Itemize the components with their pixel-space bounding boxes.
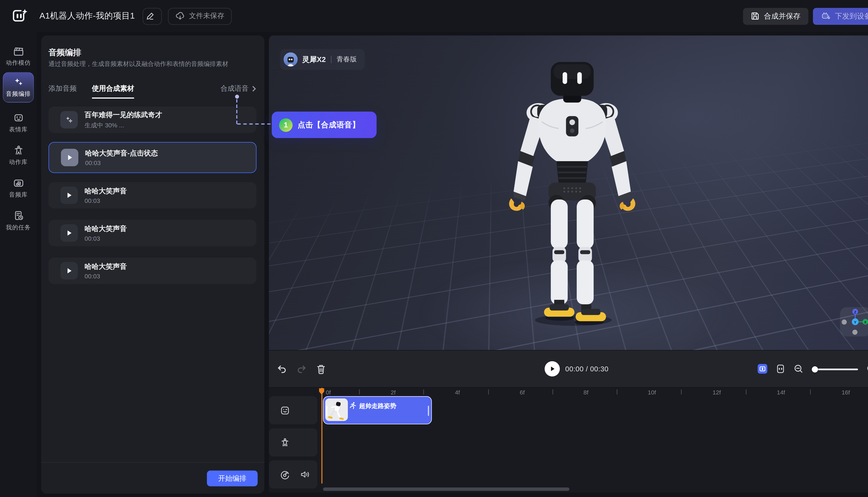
viewport-3d[interactable]: 灵犀X2 青春版 Z X Y <box>269 36 868 350</box>
audio-item-selected[interactable]: 哈哈大笑声音-点击状态 00:03 <box>48 142 256 173</box>
robot-download-icon <box>821 11 830 21</box>
tab-use-synth-material[interactable]: 使用合成素材 <box>92 84 134 93</box>
connector-line-vertical <box>236 99 237 124</box>
fit-width-button[interactable] <box>776 364 785 374</box>
playhead-handle[interactable] <box>319 388 325 395</box>
undo-button[interactable] <box>277 364 287 374</box>
synthesize-voice-link[interactable]: 合成语音 <box>221 84 257 93</box>
ruler-label: 0f <box>326 389 331 396</box>
floppy-icon <box>751 12 759 20</box>
tutorial-step-badge: 1 <box>279 118 293 131</box>
ruler-tick <box>681 389 682 395</box>
play-button-main[interactable] <box>544 361 560 377</box>
axis-y-ball[interactable]: Y <box>852 318 859 325</box>
ruler-tick <box>423 389 424 395</box>
nav-label: 动作模仿 <box>6 59 31 67</box>
track-motion[interactable] <box>269 428 317 456</box>
nav-motion-mimic[interactable]: 动作模仿 <box>0 46 37 67</box>
panel-title: 音频编排 <box>48 47 81 58</box>
redo-button[interactable] <box>296 364 307 374</box>
play-button[interactable] <box>60 262 78 280</box>
generating-sparkle-icon <box>60 111 78 129</box>
zoom-slider-thumb[interactable] <box>812 366 818 372</box>
ruler-tick <box>617 389 617 395</box>
audio-item-duration: 00:03 <box>85 235 127 242</box>
audio-item-duration: 00:03 <box>85 159 158 166</box>
sparkles-icon <box>13 77 24 88</box>
nav-label: 表情库 <box>9 126 28 133</box>
fit-timeline-toggle[interactable] <box>758 364 767 374</box>
synthesize-save-button[interactable]: 合成并保存 <box>743 8 809 25</box>
save-status[interactable]: 文件未保存 <box>168 8 232 25</box>
top-bar: A1机器人动作-我的项目1 文件未保存 合成并保存 <box>0 0 868 32</box>
nav-my-tasks[interactable]: 我的任务 <box>0 210 37 231</box>
speaker-icon[interactable] <box>300 469 310 480</box>
axis-z-ball[interactable]: Z <box>852 309 858 314</box>
start-arrange-button[interactable]: 开始编排 <box>207 471 257 486</box>
ruler-label: 2f <box>391 389 395 396</box>
deploy-to-device-button[interactable]: 下发到设备 <box>813 8 868 25</box>
clip-trim-left-handle[interactable] <box>326 406 327 416</box>
app-window: A1机器人动作-我的项目1 文件未保存 合成并保存 <box>0 0 868 497</box>
play-button[interactable] <box>61 149 79 166</box>
zoom-in-button[interactable] <box>866 364 868 374</box>
robot-model-badge[interactable]: 灵犀X2 青春版 <box>280 49 365 70</box>
audio-item-title: 哈哈大笑声音 <box>85 224 127 234</box>
delete-button[interactable] <box>316 364 326 374</box>
ruler-label: 10f <box>648 389 656 396</box>
nav-label: 我的任务 <box>6 224 31 231</box>
audio-item-generating[interactable]: 百年难得一见的练武奇才 生成中 30% ... <box>48 106 256 133</box>
timeline-zoom-slider[interactable] <box>812 365 858 373</box>
connector-line-horizontal <box>237 123 271 125</box>
person-icon <box>13 145 24 156</box>
audio-item-title: 哈哈大笑声音-点击状态 <box>85 149 158 158</box>
run-icon <box>349 402 356 409</box>
axis-x-ball[interactable]: X <box>863 319 868 325</box>
clip-trim-right-handle[interactable] <box>428 406 429 416</box>
ruler-label: 16f <box>842 389 850 396</box>
ruler-label: 12f <box>713 389 721 396</box>
tab-add-audio[interactable]: 添加音频 <box>48 84 76 93</box>
synthesize-voice-label: 合成语音 <box>221 84 249 93</box>
app-logo-icon <box>11 8 28 25</box>
zoom-slider-track[interactable] <box>812 368 858 370</box>
audio-item[interactable]: 哈哈大笑声音 00:03 <box>48 257 256 284</box>
robot-name: 灵犀X2 <box>302 54 326 65</box>
playhead-line[interactable] <box>321 388 322 483</box>
track-audio[interactable] <box>269 460 317 488</box>
axis-neg-z-ball[interactable] <box>852 330 857 335</box>
nav-label: 动作库 <box>9 158 28 166</box>
nav-label: 音频编排 <box>6 90 31 98</box>
robot-model[interactable] <box>504 61 640 331</box>
ruler-tick <box>552 389 553 395</box>
audio-item-title: 百年难得一见的练武奇才 <box>85 110 162 120</box>
audio-item-title: 哈哈大笑声音 <box>85 262 127 272</box>
ruler-tick <box>746 389 746 395</box>
play-button[interactable] <box>60 187 78 204</box>
synthesize-save-label: 合成并保存 <box>764 11 800 21</box>
audio-item[interactable]: 哈哈大笑声音 00:03 <box>48 182 256 209</box>
timeline-area[interactable]: 0f 2f 4f 6f 8f 10f 12f 14f 16f <box>269 388 868 493</box>
audio-item[interactable]: 哈哈大笑声音 00:03 <box>48 220 256 246</box>
track-expression[interactable] <box>269 396 317 424</box>
audio-track-icon <box>280 469 291 480</box>
save-status-label: 文件未保存 <box>189 11 224 21</box>
axis-gizmo[interactable]: Z X Y <box>840 307 868 337</box>
ruler-tick <box>359 389 360 395</box>
left-nav-rail: 动作模仿 音频编排 表情库 动作库 <box>0 32 37 497</box>
timeline-clip-motion[interactable]: 超帅走路姿势 <box>323 396 432 424</box>
timeline-horizontal-scrollbar[interactable] <box>323 487 570 491</box>
audio-item-duration: 00:03 <box>85 197 127 204</box>
nav-audio-library[interactable]: 音频库 <box>0 178 37 199</box>
play-button[interactable] <box>60 224 78 242</box>
ruler-label: 8f <box>584 389 588 396</box>
nav-motion-library[interactable]: 动作库 <box>0 145 37 166</box>
music-frame-icon <box>13 178 24 189</box>
audio-item-progress: 生成中 30% ... <box>85 121 162 129</box>
nav-expression-library[interactable]: 表情库 <box>0 112 37 133</box>
robot-face-icon <box>13 112 24 123</box>
zoom-out-button[interactable] <box>794 364 803 374</box>
rename-button[interactable] <box>143 8 162 25</box>
ruler-tick <box>488 389 489 395</box>
nav-audio-arrange[interactable]: 音频编排 <box>3 72 34 102</box>
